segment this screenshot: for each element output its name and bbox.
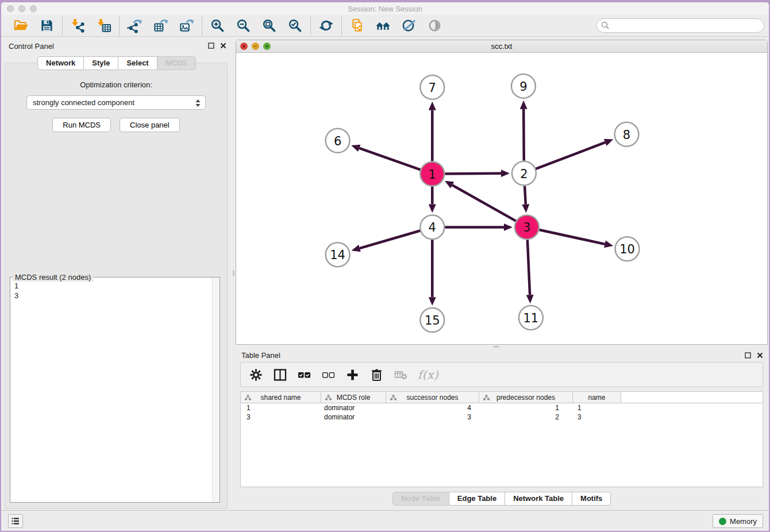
table-panel-tabs: Node TableEdge TableNetwork TableMotifs <box>236 492 768 506</box>
tab-select[interactable]: Select <box>118 56 157 70</box>
graph-edge-3-10[interactable] <box>539 230 605 244</box>
run-mcds-button[interactable]: Run MCDS <box>52 118 111 132</box>
export-network-icon[interactable] <box>127 18 143 33</box>
unselect-all-columns-icon[interactable] <box>321 368 336 382</box>
graph-edge-3-11[interactable] <box>528 240 530 295</box>
table-cell[interactable]: 3 <box>241 413 321 422</box>
table-panel-title: Table Panel <box>241 351 280 360</box>
column-header-MCDS-role[interactable]: MCDS role <box>321 392 386 403</box>
graph-edge-arrowhead <box>604 139 613 146</box>
export-table-icon[interactable] <box>153 18 168 33</box>
column-header-shared-name[interactable]: shared name <box>241 392 321 403</box>
mcds-result-text[interactable]: 1 3 <box>11 280 211 502</box>
table-cell[interactable]: 2 <box>479 413 573 422</box>
node-table-body: 1dominator4113dominator323 <box>241 403 763 422</box>
memory-button-label: Memory <box>730 517 757 526</box>
column-header-name[interactable]: name <box>573 392 621 403</box>
task-list-icon <box>11 516 20 526</box>
apply-visual-style-icon[interactable] <box>401 18 417 33</box>
graph-node-label: 11 <box>523 311 539 325</box>
graph-edge-4-14[interactable] <box>360 231 420 249</box>
open-session-icon[interactable] <box>13 18 29 33</box>
memory-status-dot <box>719 518 726 525</box>
split-panel-icon[interactable] <box>273 368 287 382</box>
table-tab-network-table[interactable]: Network Table <box>505 492 572 506</box>
column-header-predecessor-nodes[interactable]: predecessor nodes <box>479 392 573 403</box>
save-session-icon[interactable] <box>39 18 55 33</box>
network-window-title: scc.txt <box>236 42 767 51</box>
column-settings-icon[interactable] <box>249 368 263 382</box>
export-image-icon[interactable] <box>179 18 194 33</box>
graph-node-label: 7 <box>429 81 436 95</box>
close-panel-button[interactable]: Close panel <box>120 118 180 132</box>
table-panel: Table Panel <box>236 348 768 510</box>
table-cell[interactable]: 4 <box>386 403 479 413</box>
graph-edge-2-8[interactable] <box>536 142 605 169</box>
search-input[interactable] <box>596 18 764 33</box>
add-column-icon[interactable] <box>345 368 360 382</box>
window-title: Session: New Session <box>1 5 769 13</box>
table-cell[interactable]: 3 <box>573 413 621 422</box>
table-cell[interactable]: dominator <box>321 403 386 413</box>
graph-edge-arrowhead <box>429 204 436 213</box>
graph-node-label: 4 <box>429 221 436 234</box>
float-table-panel-icon[interactable] <box>745 352 751 358</box>
network-graph: 7968124314101511 <box>236 53 767 344</box>
delete-column-icon[interactable] <box>369 368 384 382</box>
table-row[interactable]: 3dominator323 <box>241 413 763 422</box>
zoom-selected-region-icon[interactable] <box>287 18 303 33</box>
function-builder-icon[interactable]: f(x) <box>418 368 439 381</box>
copy-visual-style-icon[interactable] <box>349 18 365 33</box>
float-panel-icon[interactable] <box>208 43 214 49</box>
zoom-out-icon[interactable] <box>236 18 251 33</box>
network-canvas[interactable]: 7968124314101511 <box>236 53 767 344</box>
table-tab-edge-table[interactable]: Edge Table <box>449 492 505 506</box>
graph-edge-1-2[interactable] <box>445 174 501 174</box>
table-cell[interactable]: 1 <box>479 403 573 413</box>
close-table-panel-icon[interactable] <box>757 352 763 358</box>
graph-edge-arrowhead <box>429 297 436 306</box>
import-network-from-file-icon[interactable] <box>70 18 86 33</box>
tab-network[interactable]: Network <box>37 56 84 70</box>
graph-edge-3-1[interactable] <box>452 185 516 221</box>
control-panel: Control Panel NetworkStyleSelectMCDS Opt… <box>1 37 232 510</box>
select-all-columns-icon[interactable] <box>297 368 311 382</box>
table-cell[interactable]: 3 <box>386 413 479 422</box>
zoom-in-icon[interactable] <box>210 18 225 33</box>
zoom-fit-content-icon[interactable] <box>261 18 277 33</box>
delete-table-icon[interactable] <box>394 368 408 382</box>
control-panel-title: Control Panel <box>9 42 54 51</box>
graph-node-label: 9 <box>519 80 527 94</box>
apply-preferred-layout-icon[interactable] <box>318 18 334 33</box>
dropdown-stepper-icon <box>195 99 201 107</box>
memory-button[interactable]: Memory <box>713 514 763 528</box>
main-toolbar <box>1 15 769 37</box>
graph-edge-arrowhead <box>604 241 613 248</box>
import-table-from-file-icon[interactable] <box>96 18 111 33</box>
first-neighbors-icon[interactable] <box>375 18 391 33</box>
graph-edge-2-9[interactable] <box>523 109 524 161</box>
network-view-window: scc.txt 7968124314101511 <box>236 40 768 345</box>
table-cell[interactable]: 1 <box>241 403 321 413</box>
table-row[interactable]: 1dominator411 <box>241 403 763 413</box>
table-tab-motifs[interactable]: Motifs <box>572 492 611 506</box>
table-tab-node-table[interactable]: Node Table <box>392 492 449 506</box>
graph-node-label: 3 <box>523 221 530 234</box>
window-titlebar: Session: New Session <box>1 2 769 15</box>
table-cell[interactable]: 1 <box>573 403 621 413</box>
show-hide-graphics-icon[interactable] <box>427 18 442 33</box>
tab-mcds[interactable]: MCDS <box>157 56 196 70</box>
graph-edge-2-3[interactable] <box>525 186 526 205</box>
show-task-history-button[interactable] <box>8 514 23 528</box>
close-panel-icon[interactable] <box>220 43 226 49</box>
column-header-successor-nodes[interactable]: successor nodes <box>386 392 479 403</box>
criterion-dropdown-value: strongly connected component <box>33 98 134 107</box>
graph-edge-arrowhead <box>501 169 510 177</box>
table-cell[interactable]: dominator <box>321 413 386 422</box>
graph-edge-arrowhead <box>351 145 360 152</box>
criterion-dropdown[interactable]: strongly connected component <box>26 95 206 110</box>
result-scrollbar[interactable] <box>212 277 220 502</box>
graph-edge-1-6[interactable] <box>359 148 420 169</box>
application-window: Session: New Session <box>1 2 769 531</box>
tab-style[interactable]: Style <box>84 56 118 70</box>
